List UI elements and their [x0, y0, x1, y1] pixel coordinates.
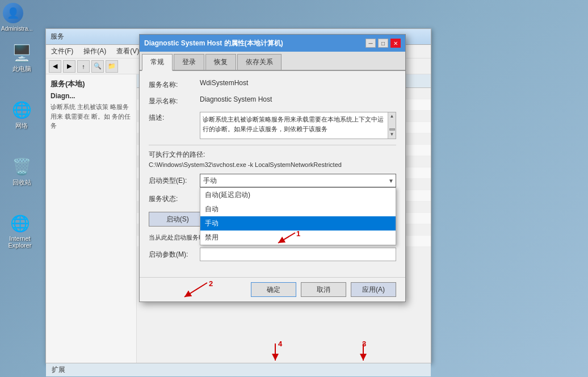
startup-type-dropdown[interactable]: 手动 ▼ 自动(延迟启动) 自动 手动 禁用 — [200, 174, 396, 187]
startup-type-options: 自动(延迟启动) 自动 手动 禁用 — [200, 187, 396, 245]
window-controls: ─ □ ✕ — [366, 39, 401, 48]
params-row: 启动参数(M): — [149, 248, 396, 261]
properties-dialog: Diagnostic System Host 的属性(本地计算机) ─ □ ✕ … — [139, 34, 406, 302]
ie-icon-label: Internet Explorer — [3, 235, 37, 249]
separator-1 — [149, 145, 396, 145]
description-scrollbar[interactable]: ▲ ▼ — [388, 112, 396, 139]
menu-file[interactable]: 文件(F) — [49, 45, 75, 57]
tab-dependencies[interactable]: 依存关系 — [237, 54, 282, 70]
ok-button[interactable]: 确定 — [251, 282, 296, 297]
dialog-title: Diagnostic System Host 的属性(本地计算机) — [144, 39, 283, 48]
tab-general[interactable]: 常规 — [142, 54, 173, 71]
dialog-titlebar: Diagnostic System Host 的属性(本地计算机) ─ □ ✕ — [140, 35, 405, 52]
service-name-value: WdiSystemHost — [200, 79, 396, 87]
dialog-tabs: 常规 登录 恢复 依存关系 — [140, 52, 405, 71]
menu-view[interactable]: 查看(V) — [114, 45, 141, 57]
service-name-label: 服务名称: — [149, 79, 200, 90]
display-name-label: 显示名称: — [149, 95, 200, 106]
option-disabled[interactable]: 禁用 — [200, 231, 396, 245]
left-service-name: Diagn... — [51, 92, 132, 100]
tab-login[interactable]: 登录 — [174, 54, 204, 70]
desktop: 👤 Administra... 🖥️ 此电脑 🌐 网络 🗑️ 回收站 🌐 Int… — [0, 0, 588, 377]
apply-button[interactable]: 应用(A) — [351, 282, 396, 297]
computer-icon-label: 此电脑 — [12, 65, 31, 73]
toolbar-back[interactable]: ◀ — [49, 60, 61, 73]
desktop-icon-ie[interactable]: 🌐 Internet Explorer — [3, 213, 37, 249]
expand-label: 扩展 — [52, 365, 65, 375]
services-left-panel: 服务(本地) Diagn... 诊断系统 主机被该策 略服务用来 载需要在 断。… — [46, 74, 137, 363]
network-icon: 🌐 — [11, 99, 32, 120]
startup-type-row: 启动类型(E): 手动 ▼ 自动(延迟启动) 自动 手动 禁用 — [149, 174, 396, 187]
params-label: 启动参数(M): — [149, 250, 200, 259]
option-manual[interactable]: 手动 — [200, 216, 396, 231]
desktop-icon-recycle[interactable]: 🗑️ 回收站 — [5, 156, 39, 187]
ie-icon: 🌐 — [10, 213, 30, 233]
desktop-icon-network[interactable]: 🌐 网络 — [5, 99, 39, 130]
description-label: 描述: — [149, 112, 200, 123]
display-name-row: 显示名称: Diagnostic System Host — [149, 95, 396, 106]
option-auto[interactable]: 自动 — [200, 202, 396, 216]
services-title: 服务 — [51, 32, 64, 41]
minimize-button[interactable]: ─ — [366, 39, 376, 48]
description-text: 诊断系统主机被诊断策略服务用来承载需要在本地系统上下文中运行的诊断。如果停止该服… — [203, 115, 393, 133]
status-label: 服务状态: — [149, 194, 200, 204]
startup-type-selected[interactable]: 手动 — [200, 174, 396, 187]
expand-bar[interactable]: 扩展 — [46, 363, 431, 376]
recycle-icon-label: 回收站 — [12, 178, 31, 187]
toolbar-forward[interactable]: ▶ — [63, 60, 75, 73]
cancel-button[interactable]: 取消 — [301, 282, 346, 297]
tab-recover[interactable]: 恢复 — [205, 54, 236, 70]
start-button[interactable]: 启动(S) — [149, 212, 207, 227]
startup-type-label: 启动类型(E): — [149, 176, 200, 186]
exec-path-value: C:\Windows\System32\svchost.exe -k Local… — [149, 161, 396, 168]
username-label: Administra... — [1, 26, 33, 32]
description-row: 描述: 诊断系统主机被诊断策略服务用来承载需要在本地系统上下文中运行的诊断。如果… — [149, 112, 396, 139]
exec-path-label: 可执行文件的路径: — [149, 150, 396, 160]
close-button[interactable]: ✕ — [390, 39, 401, 48]
service-name-row: 服务名称: WdiSystemHost — [149, 79, 396, 90]
option-auto-delayed[interactable]: 自动(延迟启动) — [200, 188, 396, 202]
scroll-down[interactable]: ▼ — [388, 131, 396, 139]
params-input[interactable] — [200, 248, 396, 261]
dialog-footer: 确定 取消 应用(A) — [140, 277, 405, 301]
dialog-body: 服务名称: WdiSystemHost 显示名称: Diagnostic Sys… — [140, 71, 405, 277]
network-icon-label: 网络 — [15, 122, 28, 130]
description-box: 诊断系统主机被诊断策略服务用来承载需要在本地系统上下文中运行的诊断。如果停止该服… — [200, 112, 396, 139]
toolbar-folders[interactable]: 📁 — [106, 60, 118, 73]
services-left-title: 服务(本地) — [51, 79, 132, 89]
avatar-icon: 👤 — [3, 3, 23, 23]
toolbar-search[interactable]: 🔍 — [91, 60, 104, 73]
desktop-icon-computer[interactable]: 🖥️ 此电脑 — [5, 43, 39, 73]
left-service-desc: 诊断系统 主机被该策 略服务用来 载需要在 断。如 务的任务 — [51, 102, 132, 131]
toolbar-up[interactable]: ↑ — [77, 60, 90, 73]
recycle-icon: 🗑️ — [11, 156, 32, 177]
menu-action[interactable]: 操作(A) — [81, 45, 108, 57]
maximize-button[interactable]: □ — [378, 39, 388, 48]
computer-icon: 🖥️ — [11, 43, 32, 63]
scroll-up[interactable]: ▲ — [388, 112, 396, 120]
display-name-value: Diagnostic System Host — [200, 95, 396, 103]
